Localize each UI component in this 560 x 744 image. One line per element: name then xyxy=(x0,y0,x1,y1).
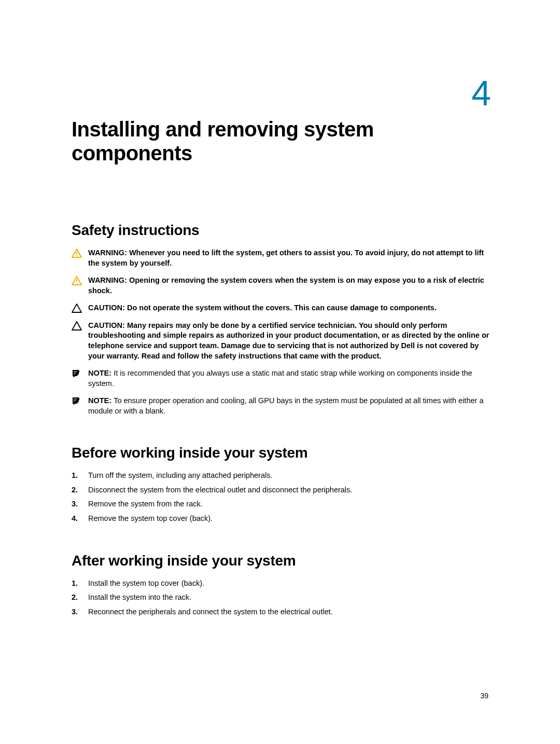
warning-callout: WARNING: Opening or removing the system … xyxy=(72,275,490,296)
list-item: Install the system into the rack. xyxy=(72,593,490,603)
section-heading-after: After working inside your system xyxy=(72,553,490,569)
warning-text: WARNING: Whenever you need to lift the s… xyxy=(88,248,490,268)
warning-callout: WARNING: Whenever you need to lift the s… xyxy=(72,248,490,268)
chapter-number: 4 xyxy=(72,73,490,113)
page-number: 39 xyxy=(480,692,488,700)
warning-icon xyxy=(72,249,83,258)
section-heading-before: Before working inside your system xyxy=(72,445,490,461)
document-page: 4 Installing and removing system compone… xyxy=(0,0,560,617)
caution-icon xyxy=(72,304,83,313)
caution-icon xyxy=(72,321,83,330)
caution-text: CAUTION: Many repairs may only be done b… xyxy=(88,321,490,361)
note-callout: NOTE: It is recommended that you always … xyxy=(72,368,490,389)
note-text: NOTE: To ensure proper operation and coo… xyxy=(88,396,490,416)
warning-text: WARNING: Opening or removing the system … xyxy=(88,275,490,296)
chapter-title: Installing and removing system component… xyxy=(72,117,490,165)
note-callout: NOTE: To ensure proper operation and coo… xyxy=(72,396,490,416)
list-item: Remove the system top cover (back). xyxy=(72,514,490,524)
caution-callout: CAUTION: Many repairs may only be done b… xyxy=(72,321,490,361)
list-item: Turn off the system, including any attac… xyxy=(72,471,490,481)
list-item: Reconnect the peripherals and connect th… xyxy=(72,607,490,617)
svg-point-3 xyxy=(76,283,77,284)
note-icon xyxy=(72,369,83,378)
svg-point-1 xyxy=(76,255,77,256)
note-text: NOTE: It is recommended that you always … xyxy=(88,368,490,389)
caution-text: CAUTION: Do not operate the system witho… xyxy=(88,303,490,313)
list-item: Install the system top cover (back). xyxy=(72,578,490,589)
warning-icon xyxy=(72,276,83,285)
note-icon xyxy=(72,396,83,406)
before-steps-list: Turn off the system, including any attac… xyxy=(72,471,490,523)
caution-callout: CAUTION: Do not operate the system witho… xyxy=(72,303,490,313)
list-item: Disconnect the system from the electrica… xyxy=(72,485,490,495)
after-steps-list: Install the system top cover (back). Ins… xyxy=(72,578,490,617)
list-item: Remove the system from the rack. xyxy=(72,499,490,509)
section-heading-safety: Safety instructions xyxy=(72,222,490,239)
